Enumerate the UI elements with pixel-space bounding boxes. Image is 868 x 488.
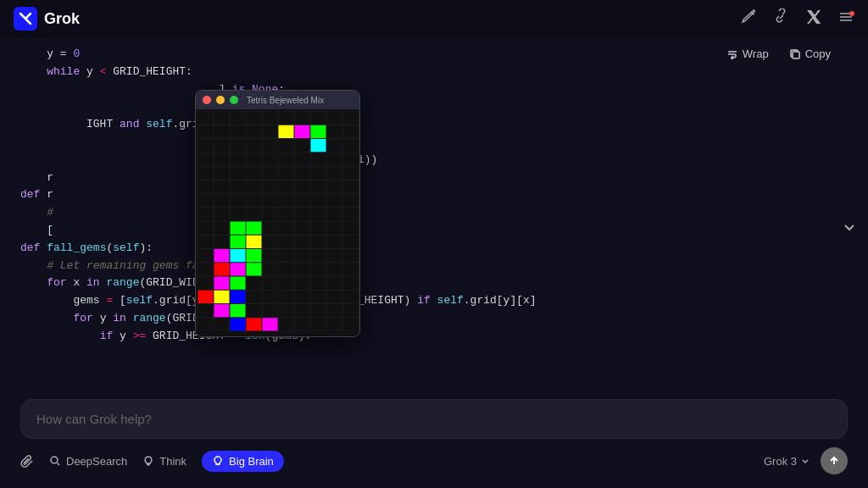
x-twitter-icon[interactable]: [805, 8, 822, 30]
chat-tools-right: Grok 3: [764, 447, 848, 474]
code-line: .add((x, y - count + i)): [20, 152, 848, 169]
scroll-down-icon[interactable]: [841, 219, 858, 240]
code-line: while y < GRID_HEIGHT:: [20, 64, 848, 81]
send-button[interactable]: [821, 447, 848, 474]
model-selector[interactable]: Grok 3: [764, 455, 810, 468]
app-name: Grok: [44, 10, 80, 28]
traffic-light-red: [203, 96, 211, 104]
code-line: # n the grid: [20, 204, 848, 222]
svg-rect-4: [793, 52, 799, 58]
code-toolbar: Wrap Copy: [720, 44, 837, 64]
link-icon[interactable]: [773, 8, 790, 30]
game-titlebar: Tetris Bejeweled Mix: [196, 91, 359, 109]
chat-placeholder[interactable]: How can Grok help?: [36, 412, 152, 426]
logo-icon: [14, 7, 37, 30]
traffic-light-yellow: [216, 96, 225, 104]
chat-area: How can Grok help? DeepSearch: [0, 399, 868, 488]
code-line: ] is None:: [20, 81, 848, 99]
game-title: Tetris Bejeweled Mix: [247, 96, 324, 105]
bigbrain-button[interactable]: Big Brain: [202, 451, 284, 472]
menu-icon[interactable]: [837, 8, 854, 30]
code-line: for y in range(GRID_HEIGHT):: [20, 310, 848, 328]
game-canvas: [198, 111, 359, 331]
chat-tools-left: DeepSearch Think Big Brain: [20, 451, 284, 472]
copy-button[interactable]: Copy: [782, 44, 837, 64]
edit-icon[interactable]: [741, 8, 758, 30]
wrap-button[interactable]: Wrap: [720, 44, 776, 64]
attachment-button[interactable]: [20, 454, 34, 468]
code-line: ][x]: [20, 98, 848, 116]
code-block: y = 0 while y < GRID_HEIGHT: ] is None: …: [20, 37, 848, 346]
traffic-light-green: [230, 96, 238, 104]
code-line: # Let remaining gems fall down to fill g…: [20, 258, 848, 275]
chat-toolbar: DeepSearch Think Big Brain: [20, 447, 848, 474]
svg-point-3: [849, 11, 854, 16]
header: Grok: [0, 0, 868, 37]
think-button[interactable]: Think: [142, 455, 186, 468]
code-line: r: [20, 169, 848, 187]
code-area: Wrap Copy y = 0 while y < GRID_HEIGHT: ]…: [0, 37, 868, 399]
code-line: IGHT and self.grid[y][x] == gem:: [20, 116, 848, 134]
code-line: [ e: [20, 222, 848, 240]
chat-input-box: How can Grok help?: [20, 399, 848, 439]
code-line: def fall_gems(self):: [20, 240, 848, 258]
code-line: gems = [self.grid[y][x] for y in range(G…: [20, 292, 848, 310]
svg-point-5: [51, 457, 58, 463]
game-window: Tetris Bejeweled Mix: [195, 90, 360, 337]
code-line: if y >= GRID_HEIGHT - len(gems):: [20, 328, 848, 346]
logo: Grok: [14, 7, 80, 30]
header-icons: [741, 8, 854, 30]
code-line: for x in range(GRID_WIDTH):: [20, 274, 848, 292]
code-line: e(count):: [20, 134, 848, 152]
main-content: Wrap Copy y = 0 while y < GRID_HEIGHT: ]…: [0, 37, 868, 488]
code-line: def r ve):: [20, 186, 848, 204]
deepsearch-button[interactable]: DeepSearch: [49, 455, 127, 468]
